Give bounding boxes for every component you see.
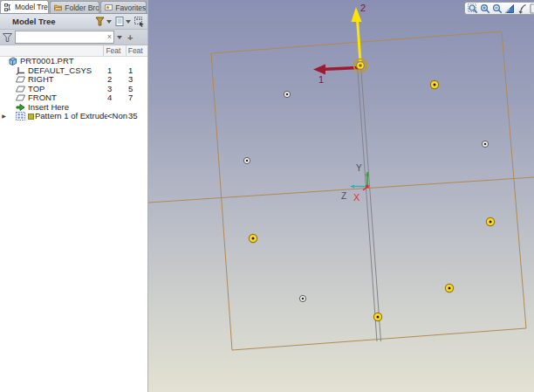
tree-item-label: PRT0001.PRT [20, 57, 107, 66]
filter-funnel-icon [95, 17, 105, 26]
pattern-instance-excluded[interactable] [299, 295, 305, 301]
feat-number-cell: <Non [107, 112, 128, 121]
tree-filter-input[interactable] [16, 32, 106, 42]
part-icon [8, 57, 17, 65]
filter-dropdown-button[interactable] [114, 31, 125, 44]
tree-item-label: RIGHT [28, 75, 107, 85]
tree-row[interactable]: ▶Pattern 1 of Extrude 1<Non35 [0, 112, 147, 121]
tree-filter-row: × + [0, 30, 147, 45]
insert-here-icon [16, 103, 25, 112]
tab-label: Folder Brow [65, 3, 99, 12]
view-options-button[interactable] [114, 15, 134, 28]
plane-icon [16, 93, 25, 102]
tab-model-tree[interactable]: Model Tree [0, 0, 49, 13]
tree-item-label: Insert Here [28, 103, 107, 113]
pattern-icon [16, 112, 25, 120]
clear-filter-icon[interactable]: × [106, 31, 113, 43]
panel-title: Model Tree [12, 17, 94, 26]
pattern-instance-included[interactable] [373, 313, 381, 320]
z-axis-label: Z [341, 191, 346, 201]
x-axis-label: X [353, 192, 360, 203]
tab-favorites[interactable]: Favorites [100, 1, 147, 13]
csys-icon [16, 66, 25, 75]
filter-icon [2, 32, 13, 43]
tab-label: Favorites [115, 3, 146, 12]
column-header-feat-id[interactable]: Feat [126, 45, 147, 56]
tab-label: Model Tree [15, 3, 49, 11]
graphics-area[interactable]: Y Z X 2 1 [148, 0, 534, 392]
tree-row[interactable]: DEFAULT_CSYS11 [0, 66, 147, 76]
tree-row[interactable]: Insert Here [0, 103, 147, 113]
pattern-direction-1-arrow[interactable]: 1 [313, 65, 359, 86]
pattern-instance-included[interactable] [430, 80, 438, 88]
feat-number-cell: 2 [107, 75, 128, 85]
pattern-instance-included[interactable] [249, 234, 257, 242]
column-header-feat-number[interactable]: Feat [103, 45, 125, 56]
column-settings-icon [134, 17, 145, 27]
feat-id-cell: 5 [128, 85, 147, 94]
tree-row[interactable]: PRT0001.PRT [0, 57, 147, 66]
tree-item-label: TOP [28, 85, 107, 94]
feat-number-cell: 1 [107, 66, 128, 76]
y-axis-handle [366, 174, 369, 176]
feat-number-cell: 4 [107, 93, 128, 103]
pattern-instance-included[interactable] [445, 284, 453, 292]
clipped-icon[interactable] [529, 3, 534, 14]
column-settings-button[interactable] [134, 15, 146, 28]
filter-settings-button[interactable] [94, 15, 114, 28]
pattern-instance-excluded[interactable] [284, 91, 290, 97]
tree-row[interactable]: TOP35 [0, 85, 147, 94]
tree-row[interactable]: FRONT47 [0, 93, 147, 103]
spin-center-icon[interactable] [517, 3, 527, 14]
direction-1-label: 1 [318, 74, 324, 85]
pattern-status-badge [28, 113, 34, 120]
panel-tab-bar: Model Tree Folder Brow Favorites [0, 0, 147, 14]
feat-id-cell: 3 [128, 75, 147, 85]
pattern-instance-excluded[interactable] [482, 141, 488, 147]
chevron-down-icon [117, 36, 122, 39]
feat-id-cell: 7 [128, 93, 147, 103]
model-tree-panel: Model Tree Folder Brow Favorites Model T… [0, 0, 148, 392]
chevron-down-icon [106, 20, 112, 24]
feat-id-cell: 1 [128, 66, 147, 76]
tree-item-label: DEFAULT_CSYS [28, 66, 107, 76]
model-scene: Y Z X 2 1 [148, 0, 534, 392]
model-tree-header: Model Tree [0, 14, 147, 30]
graphics-toolbar [464, 2, 534, 15]
plane-icon [16, 75, 25, 84]
extrude-edge[interactable] [361, 65, 381, 341]
model-tree-icon [4, 3, 12, 11]
expander-icon[interactable]: ▶ [0, 112, 8, 121]
tree-row[interactable]: RIGHT23 [0, 75, 147, 85]
feat-id-cell: 35 [128, 112, 147, 121]
plane-icon [16, 85, 25, 93]
direction-2-label: 2 [360, 3, 366, 13]
pattern-instance-included[interactable] [486, 217, 494, 225]
add-filter-button[interactable]: + [125, 32, 135, 43]
pattern-direction-2-arrow[interactable]: 2 [352, 3, 366, 63]
favorites-icon [105, 3, 113, 11]
chevron-down-icon [126, 20, 131, 24]
tree-column-headers: Feat Feat [0, 45, 147, 57]
feat-number-cell: 3 [107, 85, 128, 94]
repaint-icon[interactable] [504, 3, 515, 14]
zoom-region-icon[interactable] [468, 3, 478, 14]
tab-folder-browser[interactable]: Folder Brow [50, 1, 99, 13]
document-list-icon [115, 17, 124, 26]
folder-icon [54, 3, 62, 11]
creo-window: Model Tree Folder Brow Favorites Model T… [0, 0, 534, 392]
extrude-edge[interactable] [358, 65, 378, 341]
pattern-instance-excluded[interactable] [243, 157, 250, 163]
tree-item-label: FRONT [28, 93, 107, 103]
zoom-in-icon[interactable] [480, 3, 490, 14]
y-axis-label: Y [356, 163, 362, 173]
z-axis-arrow-icon [350, 185, 354, 189]
tree-item-label: Pattern 1 of Extrude 1 [35, 112, 107, 121]
model-tree: PRT0001.PRTDEFAULT_CSYS11RIGHT23TOP35FRO… [0, 57, 147, 121]
csys-origin [366, 185, 368, 188]
zoom-out-icon[interactable] [492, 3, 503, 14]
sketch-rectangle[interactable] [211, 31, 526, 350]
